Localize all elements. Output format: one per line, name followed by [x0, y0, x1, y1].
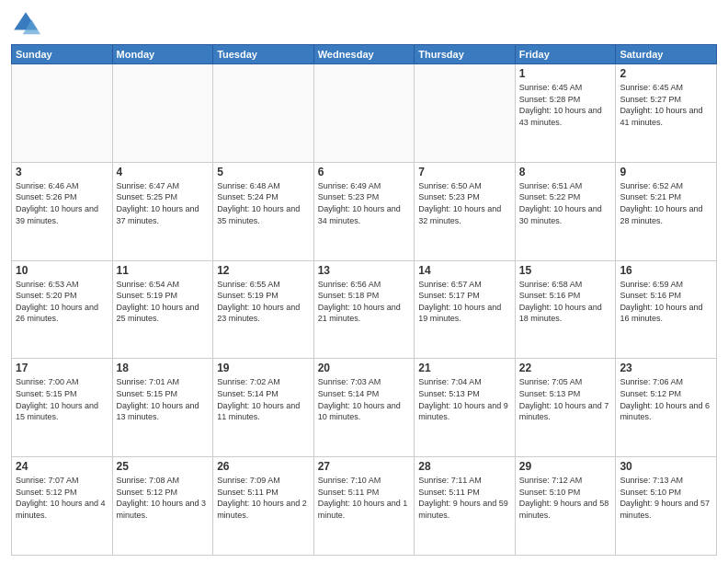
day-number: 3 [16, 166, 108, 178]
day-cell: 12Sunrise: 6:55 AM Sunset: 5:19 PM Dayli… [213, 260, 314, 359]
day-cell [313, 64, 415, 163]
day-number: 6 [318, 166, 411, 178]
weekday-header-sunday: Sunday [12, 45, 113, 64]
calendar-header: SundayMondayTuesdayWednesdayThursdayFrid… [12, 45, 717, 64]
day-info: Sunrise: 6:50 AM Sunset: 5:23 PM Dayligh… [418, 180, 511, 226]
day-info: Sunrise: 6:57 AM Sunset: 5:17 PM Dayligh… [418, 279, 511, 325]
day-cell: 25Sunrise: 7:08 AM Sunset: 5:12 PM Dayli… [112, 457, 213, 556]
day-info: Sunrise: 7:04 AM Sunset: 5:13 PM Dayligh… [418, 376, 511, 422]
week-row-3: 17Sunrise: 7:00 AM Sunset: 5:15 PM Dayli… [12, 359, 717, 457]
day-cell: 3Sunrise: 6:46 AM Sunset: 5:26 PM Daylig… [12, 162, 113, 260]
day-info: Sunrise: 7:00 AM Sunset: 5:15 PM Dayligh… [16, 376, 108, 422]
day-cell [213, 64, 314, 163]
day-number: 17 [16, 362, 108, 374]
weekday-header-saturday: Saturday [616, 45, 717, 64]
day-cell: 20Sunrise: 7:03 AM Sunset: 5:14 PM Dayli… [313, 359, 415, 457]
calendar: SundayMondayTuesdayWednesdayThursdayFrid… [11, 44, 717, 556]
day-cell: 9Sunrise: 6:52 AM Sunset: 5:21 PM Daylig… [616, 162, 717, 260]
day-info: Sunrise: 6:45 AM Sunset: 5:28 PM Dayligh… [519, 82, 612, 128]
day-info: Sunrise: 7:11 AM Sunset: 5:11 PM Dayligh… [418, 475, 511, 521]
weekday-header-friday: Friday [515, 45, 616, 64]
weekday-header-wednesday: Wednesday [313, 45, 415, 64]
day-info: Sunrise: 6:53 AM Sunset: 5:20 PM Dayligh… [16, 279, 108, 325]
day-number: 4 [117, 166, 210, 178]
day-number: 28 [418, 460, 511, 473]
week-row-1: 3Sunrise: 6:46 AM Sunset: 5:26 PM Daylig… [12, 162, 717, 260]
logo-icon [11, 9, 40, 39]
weekday-row: SundayMondayTuesdayWednesdayThursdayFrid… [12, 45, 717, 64]
calendar-body: 1Sunrise: 6:45 AM Sunset: 5:28 PM Daylig… [12, 64, 717, 556]
weekday-header-tuesday: Tuesday [213, 45, 314, 64]
day-info: Sunrise: 7:07 AM Sunset: 5:12 PM Dayligh… [16, 475, 108, 521]
day-number: 11 [117, 264, 210, 277]
header [11, 9, 717, 39]
day-cell [415, 64, 516, 163]
day-cell: 16Sunrise: 6:59 AM Sunset: 5:16 PM Dayli… [616, 260, 717, 359]
day-cell: 24Sunrise: 7:07 AM Sunset: 5:12 PM Dayli… [12, 457, 113, 556]
day-cell: 14Sunrise: 6:57 AM Sunset: 5:17 PM Dayli… [415, 260, 516, 359]
day-cell: 21Sunrise: 7:04 AM Sunset: 5:13 PM Dayli… [415, 359, 516, 457]
weekday-header-thursday: Thursday [415, 45, 516, 64]
day-cell: 2Sunrise: 6:45 AM Sunset: 5:27 PM Daylig… [616, 64, 717, 163]
day-info: Sunrise: 6:48 AM Sunset: 5:24 PM Dayligh… [217, 180, 310, 226]
day-number: 14 [418, 264, 511, 277]
day-number: 16 [620, 264, 712, 277]
day-number: 5 [217, 166, 310, 178]
day-number: 18 [117, 362, 210, 374]
day-cell [12, 64, 113, 163]
day-cell: 30Sunrise: 7:13 AM Sunset: 5:10 PM Dayli… [616, 457, 717, 556]
day-number: 19 [217, 362, 310, 374]
day-number: 2 [620, 67, 712, 80]
day-number: 29 [519, 460, 612, 473]
day-number: 10 [16, 264, 108, 277]
day-cell: 17Sunrise: 7:00 AM Sunset: 5:15 PM Dayli… [12, 359, 113, 457]
day-info: Sunrise: 6:46 AM Sunset: 5:26 PM Dayligh… [16, 180, 108, 226]
day-number: 24 [16, 460, 108, 473]
day-info: Sunrise: 7:13 AM Sunset: 5:10 PM Dayligh… [620, 475, 712, 521]
day-number: 25 [117, 460, 210, 473]
week-row-2: 10Sunrise: 6:53 AM Sunset: 5:20 PM Dayli… [12, 260, 717, 359]
day-number: 8 [519, 166, 612, 178]
day-info: Sunrise: 6:45 AM Sunset: 5:27 PM Dayligh… [620, 82, 712, 128]
day-number: 13 [318, 264, 411, 277]
day-number: 7 [418, 166, 511, 178]
day-number: 30 [620, 460, 712, 473]
day-info: Sunrise: 6:55 AM Sunset: 5:19 PM Dayligh… [217, 279, 310, 325]
day-cell: 22Sunrise: 7:05 AM Sunset: 5:13 PM Dayli… [515, 359, 616, 457]
day-info: Sunrise: 6:52 AM Sunset: 5:21 PM Dayligh… [620, 180, 712, 226]
day-info: Sunrise: 7:10 AM Sunset: 5:11 PM Dayligh… [318, 475, 411, 521]
day-info: Sunrise: 6:58 AM Sunset: 5:16 PM Dayligh… [519, 279, 612, 325]
day-info: Sunrise: 6:47 AM Sunset: 5:25 PM Dayligh… [117, 180, 210, 226]
day-number: 1 [519, 67, 612, 80]
day-number: 15 [519, 264, 612, 277]
day-number: 20 [318, 362, 411, 374]
logo [11, 9, 44, 39]
day-info: Sunrise: 7:06 AM Sunset: 5:12 PM Dayligh… [620, 376, 712, 422]
day-cell: 8Sunrise: 6:51 AM Sunset: 5:22 PM Daylig… [515, 162, 616, 260]
day-cell: 15Sunrise: 6:58 AM Sunset: 5:16 PM Dayli… [515, 260, 616, 359]
day-info: Sunrise: 7:01 AM Sunset: 5:15 PM Dayligh… [117, 376, 210, 422]
day-cell: 27Sunrise: 7:10 AM Sunset: 5:11 PM Dayli… [313, 457, 415, 556]
day-info: Sunrise: 6:49 AM Sunset: 5:23 PM Dayligh… [318, 180, 411, 226]
day-cell: 26Sunrise: 7:09 AM Sunset: 5:11 PM Dayli… [213, 457, 314, 556]
day-cell: 18Sunrise: 7:01 AM Sunset: 5:15 PM Dayli… [112, 359, 213, 457]
week-row-0: 1Sunrise: 6:45 AM Sunset: 5:28 PM Daylig… [12, 64, 717, 163]
day-number: 9 [620, 166, 712, 178]
day-cell: 7Sunrise: 6:50 AM Sunset: 5:23 PM Daylig… [415, 162, 516, 260]
day-info: Sunrise: 6:51 AM Sunset: 5:22 PM Dayligh… [519, 180, 612, 226]
day-number: 22 [519, 362, 612, 374]
day-number: 26 [217, 460, 310, 473]
day-cell: 13Sunrise: 6:56 AM Sunset: 5:18 PM Dayli… [313, 260, 415, 359]
day-cell [112, 64, 213, 163]
day-info: Sunrise: 6:56 AM Sunset: 5:18 PM Dayligh… [318, 279, 411, 325]
day-cell: 4Sunrise: 6:47 AM Sunset: 5:25 PM Daylig… [112, 162, 213, 260]
day-info: Sunrise: 7:03 AM Sunset: 5:14 PM Dayligh… [318, 376, 411, 422]
day-info: Sunrise: 7:05 AM Sunset: 5:13 PM Dayligh… [519, 376, 612, 422]
day-info: Sunrise: 7:08 AM Sunset: 5:12 PM Dayligh… [117, 475, 210, 521]
day-info: Sunrise: 7:09 AM Sunset: 5:11 PM Dayligh… [217, 475, 310, 521]
day-number: 23 [620, 362, 712, 374]
day-cell: 28Sunrise: 7:11 AM Sunset: 5:11 PM Dayli… [415, 457, 516, 556]
day-info: Sunrise: 6:54 AM Sunset: 5:19 PM Dayligh… [117, 279, 210, 325]
day-cell: 5Sunrise: 6:48 AM Sunset: 5:24 PM Daylig… [213, 162, 314, 260]
day-number: 21 [418, 362, 511, 374]
